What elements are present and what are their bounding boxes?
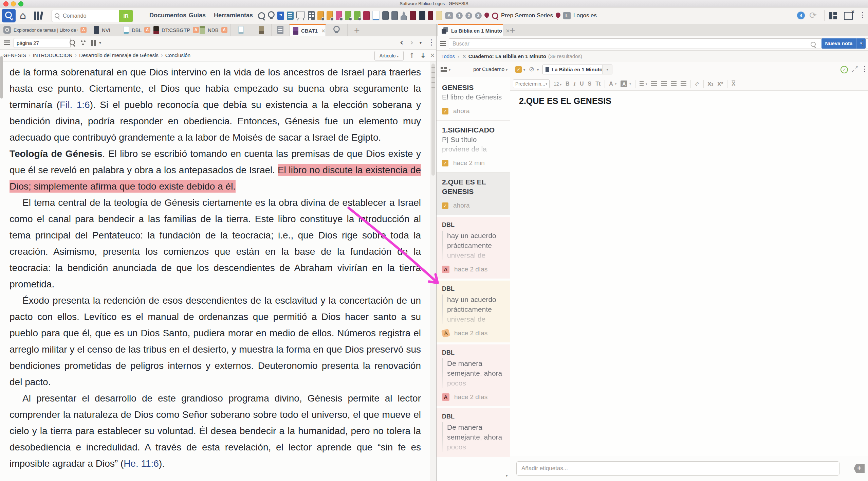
notebook-selector[interactable]: La Biblia en 1 Minuto ▾ (542, 65, 612, 74)
history-back-button[interactable]: ‹ (400, 38, 403, 47)
note-list-item-dbl-2[interactable]: DBL hay un acuerdo prácticamente univers… (437, 281, 510, 342)
font-size-selector[interactable]: 12▾ (554, 81, 561, 87)
add-tag-button[interactable]: + (854, 463, 865, 474)
link-button[interactable]: ∞ (693, 80, 701, 88)
logos-app-icon[interactable]: + (2, 9, 16, 22)
superscript-button[interactable]: X² (717, 81, 723, 87)
sort-by-notebook[interactable]: por Cuaderno (467, 66, 504, 72)
prep-sermon-shortcut[interactable]: Prep Sermon Series (501, 12, 553, 19)
sync-count-badge[interactable]: 4 (797, 12, 805, 19)
resource-icon-tan[interactable] (436, 11, 442, 20)
pin-icon-2[interactable] (555, 12, 561, 18)
align-button[interactable] (640, 81, 644, 82)
breadcrumb-genesis[interactable]: GÉNESIS (3, 52, 26, 58)
multiview-dots-icon[interactable] (81, 40, 86, 46)
resource-icon-pink[interactable] (336, 11, 342, 20)
panel-menu-icon[interactable] (4, 40, 10, 45)
bible-reference-link[interactable]: He. 11:6 (124, 458, 159, 469)
italic-button[interactable]: I (574, 81, 576, 87)
expand-note-icon[interactable]: ↗↙ (851, 66, 858, 72)
tab-resource-6[interactable] (231, 24, 251, 36)
close-breadcrumb-icon[interactable]: × (430, 51, 435, 59)
tab-la-biblia-en-1-minuto[interactable]: La Biblia en 1 Minuto × (438, 24, 503, 36)
caret-down-icon[interactable]: ▾ (629, 82, 631, 86)
tab-dbl[interactable]: DBL A (120, 24, 150, 36)
notes-list-scrollbar[interactable] (507, 77, 510, 481)
search-icon[interactable] (811, 42, 816, 47)
bible-reference-link[interactable]: Fil. 1:6 (60, 100, 90, 110)
note-menu-button[interactable]: ⋮ (861, 66, 868, 72)
font-color-button[interactable]: A (609, 81, 613, 87)
underline-button[interactable]: U (580, 81, 584, 87)
document-scrollbar[interactable] (430, 61, 436, 481)
bold-button[interactable]: B (566, 81, 570, 87)
view-mode-icon[interactable] (441, 67, 447, 72)
note-heading[interactable]: 2.QUE ES EL GENESIS (519, 96, 611, 106)
note-list-item-que-es-selected[interactable]: 2.QUE ES EL GENESIS ✓ ahora (437, 173, 510, 215)
caret-down-icon[interactable]: ▾ (646, 82, 647, 86)
close-tab-icon[interactable]: × (321, 28, 326, 34)
tab-cbat1-active[interactable]: CBAT1 × (289, 24, 326, 36)
tab-resource-7[interactable] (251, 24, 272, 36)
scroll-down-caret-icon[interactable]: ▾ (506, 474, 508, 478)
bullet-list-button[interactable] (651, 81, 657, 82)
notes-scrollbar-thumb[interactable] (0, 56, 3, 99)
menu-herramientas[interactable]: Herramientas (214, 12, 253, 19)
church-icon[interactable] (401, 11, 407, 20)
numbered-list-button[interactable] (661, 81, 667, 82)
close-all-panels-button[interactable] (844, 12, 853, 20)
shortcut-3-badge[interactable]: 3 (475, 12, 482, 19)
inline-search-icon[interactable] (70, 40, 75, 45)
tab-lightbulb[interactable] (326, 24, 348, 36)
clear-formatting-button[interactable]: X (732, 81, 735, 87)
lightbulb-icon[interactable] (268, 11, 275, 18)
scrollbar-thumb[interactable] (431, 64, 435, 176)
library-grid-icon[interactable] (308, 11, 315, 20)
faithlife-icon[interactable] (391, 11, 398, 20)
resource-icon-green-2[interactable] (354, 11, 361, 20)
logos-es-badge[interactable]: L (563, 12, 571, 19)
tab-dt-csbgtp[interactable]: DT:CSBGTP A (150, 24, 196, 36)
mobile-ed-icon[interactable] (382, 11, 389, 20)
shortcut-a-badge[interactable]: A (445, 12, 453, 19)
note-list-item-dbl-1[interactable]: DBL hay un acuerdo prácticamente univers… (437, 217, 510, 279)
article-selector[interactable]: Artículo▾ (374, 51, 404, 60)
no-highlight-icon[interactable]: ⊘ (529, 65, 534, 73)
columns-caret-icon[interactable]: ▾ (99, 40, 101, 45)
help-icon[interactable]: ? (277, 12, 284, 20)
note-list-item-dbl-4[interactable]: DBL De manera semejante, ahora pocos (437, 408, 510, 457)
layouts-button[interactable] (829, 12, 837, 19)
view-mode-caret-icon[interactable]: ▾ (449, 68, 450, 72)
library-button[interactable] (34, 12, 45, 20)
presentation-icon[interactable] (296, 12, 305, 18)
resource-icon-navy[interactable] (419, 11, 425, 20)
resource-icon-document[interactable] (372, 11, 380, 20)
tab-ndb[interactable]: NDB A (196, 24, 231, 36)
notebook-filter-chip[interactable]: Cuaderno: La Biblia en 1 Minuto (468, 53, 546, 59)
pin-icon[interactable] (483, 12, 490, 18)
resource-icon-yellow-1[interactable] (317, 11, 324, 20)
note-style-caret-icon[interactable]: ▾ (523, 68, 525, 72)
search-shortcut-icon[interactable] (258, 12, 265, 19)
reference-input[interactable] (14, 38, 71, 48)
filter-all-link[interactable]: Todos (441, 53, 455, 59)
next-article-button[interactable]: ↓ (420, 51, 426, 59)
document-content[interactable]: de la forma sobrenatural en que Dios int… (0, 61, 430, 481)
note-style-checkbox[interactable]: ✓ (515, 66, 522, 73)
tab-nvi[interactable]: NVI (90, 24, 120, 36)
columns-icon[interactable] (91, 40, 96, 46)
breadcrumb-introduccion[interactable]: INTRODUCCIÓN (33, 52, 73, 58)
outdent-button[interactable] (671, 81, 677, 82)
history-caret-icon[interactable]: ▾ (420, 40, 422, 45)
new-tab-button[interactable]: + (354, 26, 360, 34)
saved-search-icon[interactable] (492, 13, 498, 19)
note-editor[interactable]: 2.QUE ES EL GENESIS (510, 91, 868, 456)
add-tags-input[interactable] (516, 461, 839, 476)
previous-article-button[interactable]: ↑ (409, 51, 415, 59)
go-button[interactable]: IR (119, 10, 133, 22)
resource-icon-maroon[interactable] (363, 11, 370, 20)
paragraph-style-selector[interactable]: Predetermin...▾ (513, 79, 550, 88)
caret-down-icon[interactable]: ▾ (615, 82, 617, 86)
reader-panel-menu-button[interactable]: ⋮ (428, 39, 435, 46)
shortcut-2-badge[interactable]: 2 (465, 12, 472, 19)
